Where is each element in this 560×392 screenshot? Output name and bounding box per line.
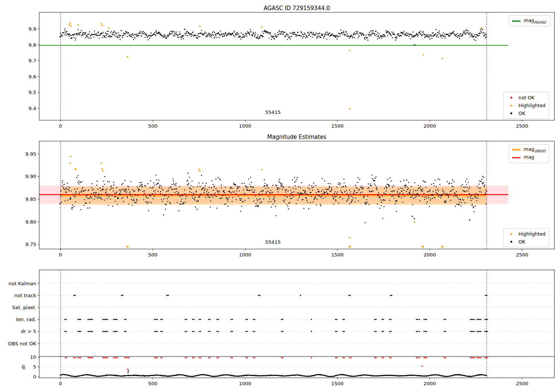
ok-point <box>285 36 286 37</box>
ok-point <box>459 202 460 203</box>
x-tick-label: 500 <box>148 252 158 258</box>
ok-point <box>119 189 120 190</box>
ok-point <box>324 180 325 181</box>
ok-point <box>430 200 431 201</box>
ok-point <box>474 194 475 195</box>
not-track-flag-point <box>348 295 349 296</box>
ok-point <box>86 36 87 37</box>
ok-point <box>353 34 354 35</box>
ok-point <box>336 196 337 197</box>
ok-point <box>132 34 133 35</box>
ok-point <box>400 35 401 36</box>
ok-point <box>227 199 228 200</box>
ok-point <box>439 184 441 185</box>
legend-marker-wrap <box>512 21 520 22</box>
ok-point <box>450 35 451 36</box>
ok-point <box>386 30 387 31</box>
ok-point <box>358 34 359 35</box>
ok-point <box>255 32 256 33</box>
ok-point <box>267 186 268 187</box>
plot-border <box>39 12 554 120</box>
ok-point <box>403 190 404 191</box>
ok-point <box>147 203 148 204</box>
ok-point <box>214 32 215 33</box>
legend-item-mag-agasc: magAGASC <box>512 18 547 24</box>
ok-point <box>282 31 283 32</box>
ok-point <box>258 35 259 36</box>
ok-point <box>420 34 421 35</box>
ok-point <box>248 186 249 187</box>
ok-point <box>199 183 200 184</box>
ok-point <box>135 195 136 196</box>
ok-point <box>338 36 339 37</box>
not-ok-point <box>124 357 125 358</box>
ok-point <box>268 188 269 189</box>
ok-point <box>274 196 275 197</box>
ok-point <box>370 185 371 186</box>
ok-point <box>259 203 261 204</box>
ok-point <box>449 33 450 34</box>
ok-point <box>486 37 487 38</box>
ok-point <box>182 195 183 196</box>
ok-point <box>249 34 250 35</box>
ok-point <box>323 197 324 199</box>
ok-point <box>471 35 472 36</box>
ok-point <box>321 191 322 192</box>
ok-point <box>384 34 385 35</box>
ok-point <box>479 181 480 182</box>
ok-point <box>130 36 131 37</box>
ok-point <box>353 193 354 194</box>
ok-point <box>306 198 307 199</box>
not-ok-point <box>423 357 424 358</box>
ok-point <box>113 32 114 33</box>
ok-point <box>354 32 355 34</box>
ok-point <box>377 203 378 205</box>
ok-point <box>327 193 329 195</box>
ok-point <box>451 183 452 184</box>
ok-point <box>159 185 161 186</box>
ok-point <box>330 191 332 192</box>
ok-point <box>248 197 249 199</box>
ok-point <box>122 189 123 190</box>
ion-rad-flag-point <box>89 319 90 320</box>
ok-point <box>108 196 109 197</box>
ok-point <box>141 31 143 32</box>
ok-point <box>105 32 106 34</box>
ion-rad-flag-point <box>116 319 118 320</box>
ok-point <box>386 188 388 189</box>
ok-point <box>378 193 379 194</box>
ok-point <box>118 32 119 34</box>
ok-point <box>295 186 296 187</box>
ok-point <box>241 206 242 207</box>
x-tick-label: 500 <box>148 123 158 129</box>
ok-point <box>451 190 452 192</box>
ion-rad-flag-point <box>487 319 488 320</box>
x-tick-label: 0 <box>59 252 62 258</box>
ok-point <box>162 201 163 202</box>
dr-gt-5-flag-point <box>382 331 383 332</box>
ok-point <box>457 33 458 34</box>
ion-rad-flag-point <box>200 319 201 320</box>
ion-rad-flag-point <box>311 319 312 320</box>
ok-point <box>423 181 424 182</box>
ok-point <box>299 195 300 196</box>
dr-gt-5-flag-point <box>391 331 392 332</box>
ok-point <box>374 178 376 179</box>
ok-point <box>165 209 166 210</box>
highlighted-point <box>102 170 103 172</box>
ok-point <box>369 32 370 33</box>
ok-point <box>460 199 461 200</box>
ok-point <box>284 190 286 191</box>
ok-point <box>463 31 464 32</box>
not-ok-point <box>480 357 482 358</box>
ok-point <box>147 37 148 38</box>
ok-point <box>120 35 121 36</box>
ok-point <box>425 36 426 37</box>
ok-point <box>199 195 200 196</box>
not-ok-point <box>349 357 350 358</box>
ok-point <box>251 186 252 187</box>
ok-point <box>350 192 351 193</box>
ok-point <box>287 39 288 40</box>
ok-point <box>161 188 162 189</box>
ok-point <box>111 186 112 187</box>
